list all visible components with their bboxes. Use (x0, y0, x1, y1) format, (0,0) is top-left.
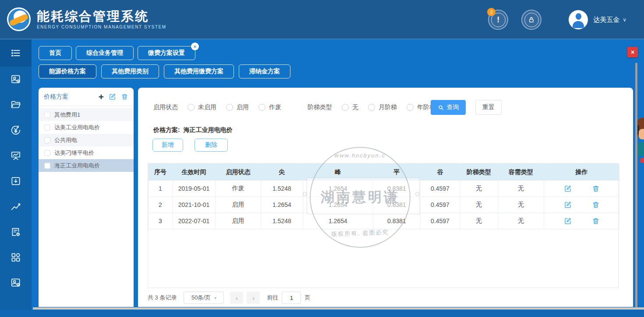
cell-no: 3 (149, 213, 173, 229)
plan-list-item[interactable]: 达美刁继平电价 (39, 146, 134, 159)
tab-other-fee-payment-plan[interactable]: 其他费用缴费方案 (164, 64, 234, 78)
sidebar-item-menu[interactable] (0, 39, 32, 67)
avatar-body (573, 21, 584, 28)
checkbox[interactable] (44, 150, 50, 156)
cell-valley: 0.4597 (421, 213, 460, 229)
tab-energy-price-plan[interactable]: 能源价格方案 (39, 64, 96, 78)
cell-actions (544, 213, 619, 229)
plan-list-item[interactable]: 公共用电 (39, 134, 134, 146)
avatar-head (576, 13, 581, 20)
radio-label[interactable]: 作废 (269, 103, 281, 111)
cell-ladder: 无 (460, 213, 498, 229)
page-size-value: 50条/页 (191, 294, 211, 302)
cell-status: 启用 (216, 213, 261, 229)
panel-title: 价格方案 (44, 93, 68, 101)
radio-status-enabled[interactable] (226, 104, 233, 111)
checkbox[interactable] (44, 125, 50, 131)
plan-list-item[interactable]: 其他费用1 (39, 108, 134, 121)
cell-sharp: 1.5248 (261, 213, 303, 229)
cell-sharp: 1.5248 (261, 181, 303, 197)
price-detail-panel: 启用状态 未启用 启用 作废 阶梯类型 无 月阶梯 年阶梯 (138, 88, 633, 307)
user-avatar[interactable] (569, 10, 588, 29)
cell-actions (544, 197, 619, 213)
search-icon (438, 104, 444, 111)
radio-label[interactable]: 启用 (237, 103, 249, 111)
cell-date: 2021-10-01 (173, 197, 216, 213)
chevron-down-icon[interactable]: ∨ (623, 17, 626, 23)
column-header: 操作 (544, 164, 619, 181)
cell-date: 2019-05-01 (173, 181, 216, 197)
reset-button[interactable]: 重置 (475, 100, 502, 115)
panel-toolbar: + (99, 93, 128, 101)
radio-ladder-yearly[interactable] (407, 104, 414, 111)
sidebar-item-user-settings[interactable] (0, 67, 32, 92)
checkbox[interactable] (44, 163, 50, 169)
horizontal-scrollbar[interactable] (33, 307, 644, 310)
sub-tabs: 能源价格方案 其他费用类别 其他费用缴费方案 滞纳金方案 (39, 64, 290, 78)
app-title-block: 能耗综合管理系统 ENERGY CONSUMPTION MANAGEMENT S… (37, 9, 166, 29)
row-delete-icon[interactable] (592, 201, 600, 209)
mascot-body (637, 142, 644, 156)
column-header: 容需类型 (498, 164, 544, 181)
cell-flat: 0.8381 (373, 213, 421, 229)
edit-plan-button[interactable] (109, 93, 116, 100)
row-delete-icon[interactable] (592, 217, 600, 225)
tab-other-fee-category[interactable]: 其他费用类别 (101, 64, 159, 78)
report-settings-icon (10, 226, 21, 238)
close-button[interactable]: × (627, 47, 638, 57)
notification-button[interactable]: 2 ! (488, 10, 508, 30)
add-plan-button[interactable]: + (99, 93, 104, 101)
sidebar-item-chart[interactable] (0, 194, 32, 219)
radio-ladder-none[interactable] (342, 104, 349, 111)
sidebar-item-currency[interactable] (0, 118, 32, 143)
plan-list-item[interactable]: 达美工业用电电价 (39, 121, 134, 134)
delete-button[interactable]: 删除 (195, 139, 228, 152)
radio-label[interactable]: 未启用 (198, 103, 216, 111)
page-size-select[interactable]: 50条/页 ▾ (184, 292, 224, 304)
radio-status-disabled[interactable] (188, 104, 195, 111)
cell-peak: 1.2654 (303, 197, 373, 213)
column-header: 阶梯类型 (460, 164, 498, 181)
current-plan-line: 价格方案:海正工业用电电价 (153, 126, 233, 134)
next-page-button[interactable]: › (247, 292, 260, 304)
radio-ladder-monthly[interactable] (368, 104, 375, 111)
checkbox[interactable] (44, 137, 50, 143)
row-delete-icon[interactable] (592, 185, 600, 192)
tab-late-fee-plan[interactable]: 滞纳金方案 (239, 64, 290, 78)
sidebar-item-apps[interactable] (0, 245, 32, 270)
column-header: 尖 (261, 164, 303, 181)
radio-label[interactable]: 月阶梯 (379, 103, 397, 111)
tab-home[interactable]: 首页 (39, 46, 72, 60)
checkbox[interactable] (44, 112, 50, 118)
sidebar-item-user-settings-2[interactable] (0, 270, 32, 296)
delete-plan-button[interactable] (121, 93, 128, 100)
tab-business-management[interactable]: 综合业务管理 (76, 46, 134, 60)
lock-button[interactable] (521, 10, 541, 30)
sidebar-item-folder[interactable] (0, 92, 32, 118)
row-edit-icon[interactable] (564, 217, 572, 225)
app-subtitle: ENERGY CONSUMPTION MANAGEMENT SYSTEM (37, 25, 166, 29)
radio-status-voided[interactable] (258, 104, 265, 111)
left-sidebar (0, 39, 32, 310)
tab-close-icon[interactable]: ✕ (191, 43, 199, 50)
sidebar-item-report-settings[interactable] (0, 219, 32, 245)
page-input[interactable] (282, 292, 301, 304)
column-header: 启用状态 (216, 164, 261, 181)
row-edit-icon[interactable] (564, 201, 572, 209)
sidebar-item-download[interactable] (0, 168, 32, 194)
user-settings-icon (10, 277, 21, 289)
status-filter-label: 启用状态 (153, 103, 178, 111)
column-header: 生效时间 (173, 164, 216, 181)
prev-page-button[interactable]: ‹ (230, 292, 243, 304)
query-button[interactable]: 查询 (431, 100, 466, 115)
price-table: 序号 生效时间 启用状态 尖 峰 平 谷 阶梯类型 容需类型 操作 (148, 163, 619, 288)
vertical-scrollbar[interactable] (635, 63, 637, 307)
add-button[interactable]: 新增 (152, 139, 183, 152)
sidebar-item-presentation[interactable] (0, 143, 32, 168)
radio-label[interactable]: 无 (352, 103, 358, 111)
tab-payment-plan-settings[interactable]: 缴费方案设置 ✕ (138, 46, 195, 60)
user-name[interactable]: 达美五金 (593, 16, 619, 24)
header-actions: 2 ! 达美五金 ∨ (488, 0, 626, 39)
row-edit-icon[interactable] (564, 185, 572, 192)
plan-list-item-selected[interactable]: 海正工业用电电价 (39, 159, 134, 172)
